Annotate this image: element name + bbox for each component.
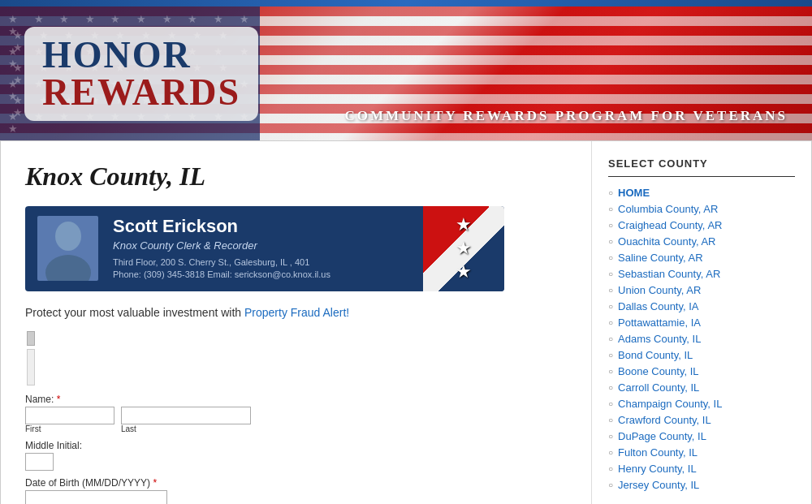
fraud-alert-link[interactable]: Property Fraud Alert! <box>244 306 349 319</box>
profile-card: Scott Erickson Knox County Clerk & Recor… <box>25 206 504 291</box>
dob-label: Date of Birth (MM/DD/YYYY) * <box>25 477 567 489</box>
profile-info: Scott Erickson Knox County Clerk & Recor… <box>113 216 330 282</box>
county-link[interactable]: Crawford County, IL <box>618 414 711 426</box>
flag-accent: ★ ★ ★ <box>423 206 504 291</box>
county-link[interactable]: Pottawattamie, IA <box>618 317 701 329</box>
county-link[interactable]: Saline County, AR <box>618 252 703 264</box>
tagline: COMMUNITY REWARDS PROGRAM FOR VETERANS <box>344 108 788 124</box>
county-list-item: Boone County, IL <box>608 365 795 377</box>
page-title: Knox County, IL <box>25 162 567 192</box>
county-list-item: Saline County, AR <box>608 252 795 264</box>
county-list-item: Adams County, IL <box>608 333 795 345</box>
county-list-item: Dallas County, IA <box>608 300 795 312</box>
county-list: HOMEColumbia County, ARCraighead County,… <box>608 187 795 491</box>
header-banner: ★ ★ ★ ★ ★ ★ ★ ★ ★ ★ ★ ★ ★ ★ ★ ★ ★ ★ ★ ★ … <box>0 6 812 140</box>
name-label: Name: * <box>25 394 567 405</box>
top-bar <box>0 0 812 6</box>
county-link[interactable]: Sebastian County, AR <box>618 268 720 280</box>
county-list-item: Union County, AR <box>608 284 795 296</box>
county-list-item: Carroll County, IL <box>608 381 795 394</box>
first-name-group: First <box>25 407 114 433</box>
honor-text: HONOR <box>42 37 240 74</box>
profile-title: Knox County Clerk & Recorder <box>113 239 330 252</box>
county-link[interactable]: Champaign County, IL <box>618 398 722 410</box>
fraud-alert-paragraph: Protect your most valuable investment wi… <box>25 306 567 319</box>
first-name-input[interactable] <box>25 407 114 424</box>
sidebar-divider <box>608 176 795 177</box>
logo-box: HONOR REWARDS <box>24 27 258 121</box>
middle-initial-input[interactable] <box>25 453 54 471</box>
county-link[interactable]: Craighead County, AR <box>618 219 722 231</box>
svg-point-1 <box>45 255 91 281</box>
profile-photo <box>37 216 98 281</box>
main-content: Knox County, IL Scott Erickson Knox Coun… <box>0 140 812 504</box>
county-list-item: Crawford County, IL <box>608 414 795 426</box>
county-list-item: Champaign County, IL <box>608 398 795 410</box>
county-list-item: Jersey County, IL <box>608 479 795 491</box>
dob-input[interactable] <box>25 490 167 504</box>
county-link[interactable]: Jersey County, IL <box>618 479 699 491</box>
county-link[interactable]: Carroll County, IL <box>618 381 699 394</box>
county-link[interactable]: Columbia County, AR <box>618 203 718 215</box>
county-link[interactable]: Henry County, IL <box>618 463 697 475</box>
name-field-row: Name: * First Last <box>25 394 567 433</box>
county-list-item: Sebastian County, AR <box>608 268 795 280</box>
county-list-item: HOME <box>608 187 795 199</box>
county-list-item: Columbia County, AR <box>608 203 795 215</box>
profile-address2: Phone: (309) 345-3818 Email: serickson@c… <box>113 269 330 281</box>
county-list-item: Pottawattamie, IA <box>608 317 795 329</box>
county-link[interactable]: Fulton County, IL <box>618 446 698 459</box>
county-link[interactable]: Bond County, IL <box>618 349 693 361</box>
county-list-item: Ouachita County, AR <box>608 235 795 248</box>
last-name-input[interactable] <box>121 407 251 424</box>
county-link[interactable]: Ouachita County, AR <box>618 235 715 248</box>
registration-form: Name: * First Last Middle Initial: <box>25 394 567 504</box>
sidebar-title: SELECT COUNTY <box>608 157 795 170</box>
svg-point-0 <box>55 222 81 251</box>
scroll-indicator-1 <box>27 331 35 346</box>
middle-initial-label: Middle Initial: <box>25 440 567 451</box>
county-list-item: Craighead County, AR <box>608 219 795 231</box>
profile-address1: Third Floor, 200 S. Cherry St., Galesbur… <box>113 256 330 269</box>
county-link[interactable]: DuPage County, IL <box>618 430 706 442</box>
name-inputs: First Last <box>25 407 567 433</box>
left-content: Knox County, IL Scott Erickson Knox Coun… <box>1 141 592 504</box>
county-link[interactable]: Adams County, IL <box>618 333 701 345</box>
county-link[interactable]: Boone County, IL <box>618 365 699 377</box>
fraud-alert-text: Protect your most valuable investment wi… <box>25 306 244 319</box>
county-link[interactable]: HOME <box>618 187 650 199</box>
profile-name: Scott Erickson <box>113 216 330 237</box>
middle-initial-row: Middle Initial: <box>25 440 567 471</box>
county-list-item: DuPage County, IL <box>608 430 795 442</box>
dob-row: Date of Birth (MM/DD/YYYY) * <box>25 477 567 504</box>
scroll-indicator-2 <box>27 349 35 386</box>
right-sidebar: SELECT COUNTY HOMEColumbia County, ARCra… <box>592 141 811 504</box>
county-link[interactable]: Union County, AR <box>618 284 701 296</box>
county-list-item: Bond County, IL <box>608 349 795 361</box>
last-label: Last <box>121 424 251 433</box>
county-link[interactable]: Dallas County, IA <box>618 300 698 312</box>
rewards-text: REWARDS <box>42 74 240 111</box>
last-name-group: Last <box>121 407 251 433</box>
first-label: First <box>25 424 114 433</box>
county-list-item: Fulton County, IL <box>608 446 795 459</box>
county-list-item: Henry County, IL <box>608 463 795 475</box>
